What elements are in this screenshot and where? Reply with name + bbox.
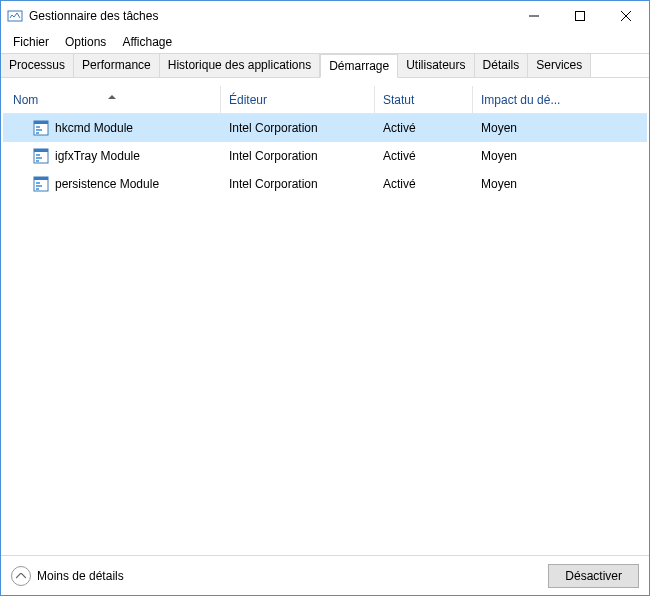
svg-rect-18 (36, 185, 42, 187)
cell-editeur: Intel Corporation (221, 117, 375, 139)
tab-démarrage[interactable]: Démarrage (320, 54, 398, 78)
svg-rect-6 (34, 121, 48, 124)
column-label-editeur: Éditeur (229, 93, 267, 107)
cell-nom-text: persistence Module (55, 177, 159, 191)
cell-impact: Moyen (473, 117, 565, 139)
table-rows: hkcmd ModuleIntel CorporationActivéMoyen… (3, 114, 647, 553)
column-header-impact[interactable]: Impact du dé... (473, 86, 565, 113)
details-toggle[interactable]: Moins de détails (11, 566, 124, 586)
column-header-nom[interactable]: Nom (3, 86, 221, 113)
cell-impact: Moyen (473, 173, 565, 195)
window-title: Gestionnaire des tâches (29, 9, 511, 23)
tabbar: ProcessusPerformanceHistorique des appli… (1, 53, 649, 78)
tab-historique-des-applications[interactable]: Historique des applications (160, 54, 320, 77)
cell-nom: hkcmd Module (3, 116, 221, 140)
cell-nom: igfxTray Module (3, 144, 221, 168)
svg-rect-7 (36, 126, 40, 128)
column-label-statut: Statut (383, 93, 414, 107)
tab-utilisateurs[interactable]: Utilisateurs (398, 54, 474, 77)
table-header: Nom Éditeur Statut Impact du dé... (3, 86, 647, 114)
disable-button[interactable]: Désactiver (548, 564, 639, 588)
svg-rect-12 (36, 154, 40, 156)
cell-nom: persistence Module (3, 172, 221, 196)
tab-processus[interactable]: Processus (1, 54, 74, 77)
svg-rect-14 (36, 160, 39, 162)
svg-rect-13 (36, 157, 42, 159)
menu-options[interactable]: Options (57, 33, 114, 51)
program-icon (33, 176, 49, 192)
titlebar: Gestionnaire des tâches (1, 1, 649, 31)
menu-affichage[interactable]: Affichage (114, 33, 180, 51)
cell-nom-text: igfxTray Module (55, 149, 140, 163)
tab-services[interactable]: Services (528, 54, 591, 77)
column-header-statut[interactable]: Statut (375, 86, 473, 113)
close-button[interactable] (603, 1, 649, 31)
table-row[interactable]: igfxTray ModuleIntel CorporationActivéMo… (3, 142, 647, 170)
cell-statut: Activé (375, 145, 473, 167)
sort-ascending-icon (108, 88, 116, 102)
footer: Moins de détails Désactiver (1, 555, 649, 595)
cell-statut: Activé (375, 173, 473, 195)
chevron-up-icon (11, 566, 31, 586)
menubar: Fichier Options Affichage (1, 31, 649, 53)
cell-statut: Activé (375, 117, 473, 139)
svg-rect-16 (34, 177, 48, 180)
table-row[interactable]: persistence ModuleIntel CorporationActiv… (3, 170, 647, 198)
menu-fichier[interactable]: Fichier (5, 33, 57, 51)
svg-rect-19 (36, 188, 39, 190)
minimize-button[interactable] (511, 1, 557, 31)
cell-editeur: Intel Corporation (221, 173, 375, 195)
maximize-button[interactable] (557, 1, 603, 31)
program-icon (33, 120, 49, 136)
svg-rect-17 (36, 182, 40, 184)
cell-nom-text: hkcmd Module (55, 121, 133, 135)
cell-editeur: Intel Corporation (221, 145, 375, 167)
app-icon (7, 8, 23, 24)
content-area: Nom Éditeur Statut Impact du dé... hkcmd… (1, 78, 649, 555)
column-label-impact: Impact du dé... (481, 93, 560, 107)
tab-performance[interactable]: Performance (74, 54, 160, 77)
task-manager-window: Gestionnaire des tâches Fichier Options … (0, 0, 650, 596)
column-label-nom: Nom (13, 93, 38, 107)
svg-rect-11 (34, 149, 48, 152)
svg-rect-2 (576, 12, 585, 21)
column-header-editeur[interactable]: Éditeur (221, 86, 375, 113)
details-toggle-label: Moins de détails (37, 569, 124, 583)
svg-rect-9 (36, 132, 39, 134)
program-icon (33, 148, 49, 164)
svg-rect-8 (36, 129, 42, 131)
tab-détails[interactable]: Détails (475, 54, 529, 77)
table-row[interactable]: hkcmd ModuleIntel CorporationActivéMoyen (3, 114, 647, 142)
cell-impact: Moyen (473, 145, 565, 167)
